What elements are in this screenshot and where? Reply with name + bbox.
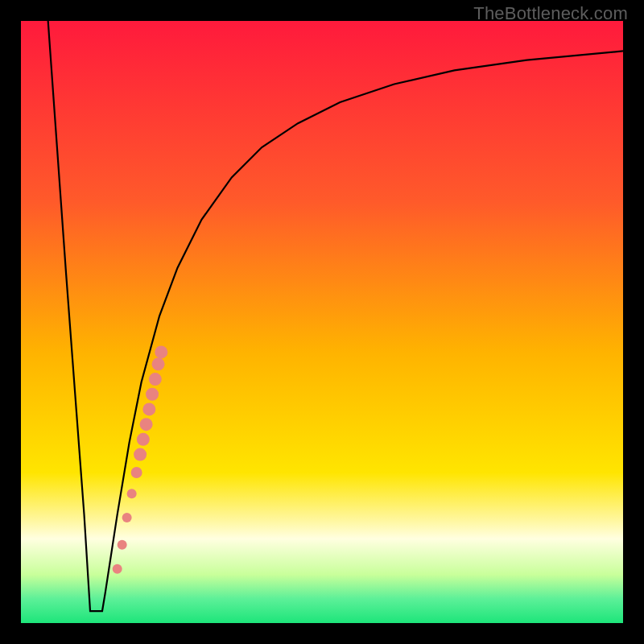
scatter-point xyxy=(137,433,150,446)
scatter-point xyxy=(118,540,127,550)
scatter-point xyxy=(122,513,132,522)
plot-area xyxy=(21,21,623,623)
scatter-point xyxy=(134,448,147,461)
scatter-point xyxy=(113,564,122,574)
scatter-point xyxy=(127,489,137,498)
scatter-point xyxy=(142,402,155,415)
scatter-point xyxy=(146,388,159,401)
scatter-point xyxy=(152,357,165,370)
scatter-point xyxy=(149,373,162,386)
scatter-point xyxy=(140,418,153,431)
watermark-text: TheBottleneck.com xyxy=(473,3,628,24)
outer-frame: TheBottleneck.com xyxy=(0,0,644,644)
chart-svg xyxy=(21,21,623,623)
scatter-point xyxy=(131,467,142,478)
scatter-point xyxy=(155,345,167,358)
